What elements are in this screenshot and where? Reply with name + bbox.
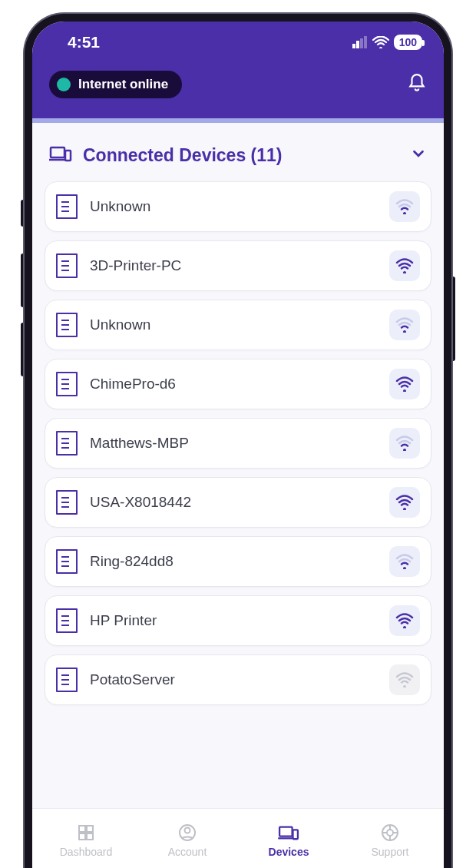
svg-rect-4 (51, 147, 64, 157)
wifi-icon (372, 36, 389, 48)
device-name: Unknown (90, 198, 377, 215)
devices-icon (49, 144, 72, 166)
svg-point-12 (185, 827, 190, 833)
section-title: Connected Devices (11) (83, 145, 399, 166)
status-bar: 4:51 100 (32, 22, 444, 63)
device-name: ChimePro-d6 (90, 376, 377, 393)
wifi-signal-icon (389, 605, 420, 636)
connected-devices-header[interactable]: Connected Devices (11) (32, 123, 444, 181)
document-icon (56, 313, 78, 337)
svg-rect-9 (79, 833, 85, 840)
wifi-signal-icon (389, 546, 420, 577)
wifi-signal-icon (389, 191, 420, 222)
svg-rect-8 (87, 826, 93, 832)
tab-label: Account (168, 846, 207, 858)
device-row[interactable]: Matthews-MBP (45, 418, 431, 469)
device-name: PotatoServer (90, 671, 377, 688)
device-row[interactable]: USA-X8018442 (45, 477, 431, 528)
wifi-signal-icon (389, 487, 420, 518)
document-icon (56, 490, 78, 515)
document-icon (56, 549, 78, 574)
app-header: Internet online (32, 63, 444, 118)
status-time: 4:51 (68, 33, 100, 51)
device-name: Ring-824dd8 (90, 553, 377, 570)
svg-rect-10 (87, 833, 93, 840)
device-name: Matthews-MBP (90, 435, 377, 452)
svg-rect-0 (352, 44, 355, 48)
wifi-signal-icon (389, 428, 420, 459)
svg-rect-2 (360, 38, 363, 48)
tab-account[interactable]: Account (137, 823, 238, 858)
chevron-down-icon (410, 145, 427, 165)
internet-status-label: Internet online (78, 77, 168, 92)
support-icon (381, 823, 399, 843)
notifications-bell-icon[interactable] (407, 73, 427, 96)
svg-rect-3 (364, 36, 367, 48)
wifi-signal-icon (389, 250, 420, 281)
tab-devices[interactable]: Devices (238, 823, 339, 858)
device-row[interactable]: Unknown (45, 181, 431, 232)
document-icon (56, 668, 78, 692)
svg-rect-6 (65, 151, 71, 161)
device-row[interactable]: 3D-Printer-PC (45, 240, 431, 291)
svg-rect-1 (356, 41, 359, 48)
battery-indicator: 100 (394, 35, 422, 50)
svg-rect-13 (279, 827, 293, 836)
device-name: HP Printer (90, 612, 377, 629)
document-icon (56, 608, 78, 633)
tab-label: Dashboard (60, 846, 113, 858)
device-name: Unknown (90, 316, 377, 333)
account-icon (178, 823, 197, 843)
status-dot-icon (57, 78, 71, 91)
device-list: Unknown3D-Printer-PCUnknownChimePro-d6Ma… (32, 181, 444, 705)
tab-support[interactable]: Support (339, 823, 441, 858)
device-name: 3D-Printer-PC (90, 257, 377, 274)
document-icon (56, 253, 78, 278)
device-name: USA-X8018442 (90, 494, 377, 511)
device-row[interactable]: PotatoServer (45, 654, 431, 705)
device-row[interactable]: Ring-824dd8 (45, 536, 431, 587)
wifi-signal-icon (389, 310, 420, 340)
svg-point-17 (387, 830, 393, 836)
dashboard-icon (77, 823, 95, 843)
internet-status-pill[interactable]: Internet online (49, 71, 182, 98)
document-icon (56, 372, 78, 396)
device-row[interactable]: HP Printer (45, 595, 431, 646)
svg-rect-7 (79, 826, 85, 832)
tab-label: Devices (269, 846, 309, 858)
cellular-signal-icon (352, 36, 368, 48)
document-icon (56, 194, 78, 219)
device-row[interactable]: ChimePro-d6 (45, 359, 431, 409)
wifi-signal-icon (389, 664, 420, 695)
devices-icon (278, 823, 299, 843)
wifi-signal-icon (389, 369, 420, 399)
device-row[interactable]: Unknown (45, 300, 431, 350)
tab-dashboard[interactable]: Dashboard (35, 823, 137, 858)
tab-bar: Dashboard Account Devices (32, 808, 444, 868)
svg-rect-15 (293, 830, 298, 839)
tab-label: Support (371, 846, 408, 858)
document-icon (56, 431, 78, 456)
